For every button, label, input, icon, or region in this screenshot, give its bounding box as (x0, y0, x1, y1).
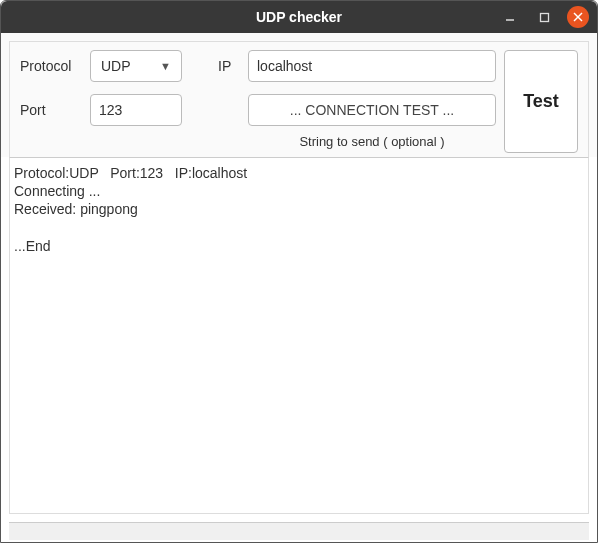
maximize-button[interactable] (533, 6, 555, 28)
protocol-select-value: UDP (101, 58, 131, 74)
output-log[interactable]: Protocol:UDP Port:123 IP:localhost Conne… (9, 157, 589, 514)
protocol-select[interactable]: UDP ▼ (90, 50, 182, 82)
send-string-input[interactable] (248, 94, 496, 126)
port-input[interactable] (90, 94, 182, 126)
port-label: Port (20, 102, 82, 118)
minimize-button[interactable] (499, 6, 521, 28)
close-button[interactable] (567, 6, 589, 28)
chevron-down-icon: ▼ (160, 60, 171, 72)
close-icon (573, 12, 583, 22)
send-hint: String to send ( optional ) (248, 134, 496, 149)
ip-label: IP (218, 58, 240, 74)
test-button-label: Test (523, 91, 559, 112)
maximize-icon (539, 12, 550, 23)
protocol-label: Protocol (20, 58, 82, 74)
form-panel: Protocol UDP ▼ IP Port (9, 41, 589, 157)
app-window: UDP checker Protocol UDP ▼ (0, 0, 598, 543)
test-button[interactable]: Test (504, 50, 578, 153)
ip-input[interactable] (248, 50, 496, 82)
titlebar: UDP checker (1, 1, 597, 33)
svg-rect-1 (540, 13, 548, 21)
minimize-icon (504, 11, 516, 23)
status-bar (9, 522, 589, 540)
